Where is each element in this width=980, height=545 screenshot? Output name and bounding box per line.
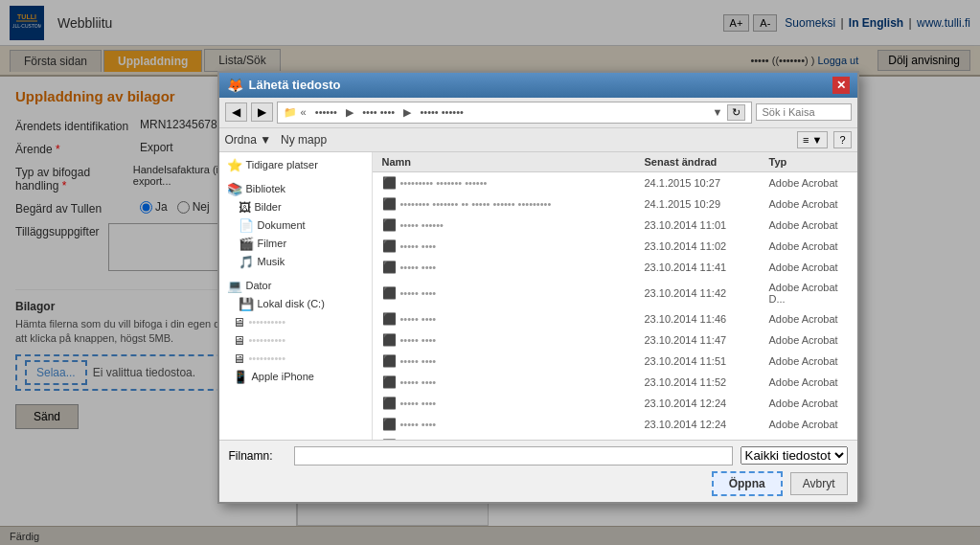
file-rows-container: ⬛ ••••••••• ••••••• •••••• 24.1.2015 10:… xyxy=(373,172,857,440)
file-row[interactable]: ⬛ ••••• •••••• 23.10.2014 11:01 Adobe Ac… xyxy=(373,215,857,236)
file-row[interactable]: ⬛ ••••• •••• 23.10.2014 11:51 Adobe Acro… xyxy=(373,351,857,372)
tree-label-tidigare: Tidigare platser xyxy=(246,159,318,170)
left-tree: ⭐ Tidigare platser 📚 Bibliotek 🖼 Bilder … xyxy=(219,152,373,440)
file-row[interactable]: ⬛ ••••• •••• 23.10.2014 11:46 Adobe Acro… xyxy=(373,308,857,329)
col-type: Typ xyxy=(765,154,852,170)
file-modified-cell: 23.10.2014 11:42 xyxy=(641,285,765,301)
file-modified-cell: 23.10.2014 12:24 xyxy=(641,396,765,411)
pdf-icon: ⬛ xyxy=(382,418,397,431)
dialog-titlebar: 🦊 Lähetä tiedosto ✕ xyxy=(219,73,857,98)
file-name-cell: ⬛ ••••• •••• xyxy=(378,437,641,440)
file-name-text: ••••• •••• xyxy=(400,313,437,325)
file-row[interactable]: ⬛ ••••• •••• 24.1.2015 10:27 Adobe Acrob… xyxy=(373,435,857,440)
file-name-cell: ⬛ ••••• •••• xyxy=(378,284,641,302)
tree-item-net2[interactable]: 🖥 •••••••••• xyxy=(223,331,368,350)
tree-label-net2: •••••••••• xyxy=(249,334,286,346)
file-type-cell: Adobe Acrobat xyxy=(765,396,852,411)
file-name-cell: ⬛ ••••• •••• xyxy=(378,331,641,349)
file-row[interactable]: ⬛ ••••• •••• 23.10.2014 11:42 Adobe Acro… xyxy=(373,278,857,308)
network-icon-2: 🖥 xyxy=(233,333,245,348)
file-name-cell: ⬛ ••••• •••• xyxy=(378,310,641,328)
file-type-cell: Adobe Acrobat xyxy=(765,417,852,432)
file-name-cell: ⬛ ••••• •••••• xyxy=(378,216,641,234)
tree-label-net1: •••••••••• xyxy=(249,316,286,328)
tree-label-bibliotek: Bibliotek xyxy=(246,183,286,194)
dialog-title-text: Lähetä tiedosto xyxy=(249,78,341,92)
file-name-text: •••••••• ••••••• •• ••••• •••••• •••••••… xyxy=(400,198,552,210)
file-row[interactable]: ⬛ ••••• •••• 23.10.2014 12:24 Adobe Acro… xyxy=(373,414,857,435)
file-modified-cell: 23.10.2014 11:51 xyxy=(641,353,765,369)
help-button[interactable]: ? xyxy=(833,131,851,148)
avbryt-button[interactable]: Avbryt xyxy=(790,472,848,495)
tree-item-net3[interactable]: 🖥 •••••••••• xyxy=(223,350,368,368)
tree-item-tidigare-platser[interactable]: ⭐ Tidigare platser xyxy=(223,156,368,174)
pdf-icon: ⬛ xyxy=(382,397,397,410)
file-row[interactable]: ⬛ ••••• •••• 23.10.2014 11:02 Adobe Acro… xyxy=(373,236,857,257)
filename-label: Filnamn: xyxy=(229,449,286,463)
file-name-text: ••••• •••• xyxy=(400,287,437,299)
pdf-icon: ⬛ xyxy=(382,197,397,211)
file-name-cell: ⬛ ••••• •••• xyxy=(378,259,641,276)
network-icon-3: 🖥 xyxy=(233,352,245,366)
file-type-cell: Adobe Acrobat xyxy=(765,238,852,254)
file-name-text: ••••• •••• xyxy=(400,355,437,367)
tree-item-iphone[interactable]: 📱 Apple iPhone xyxy=(223,368,368,386)
file-type-cell: Adobe Acrobat xyxy=(765,438,852,440)
file-type-cell: Adobe Acrobat xyxy=(765,375,852,390)
file-name-cell: ⬛ ••••••••• ••••••• •••••• xyxy=(378,174,641,192)
col-modified: Senast ändrad xyxy=(641,154,765,170)
pdf-icon: ⬛ xyxy=(382,286,397,300)
file-name-cell: ⬛ ••••• •••• xyxy=(378,395,641,412)
oppna-button[interactable]: Öppna xyxy=(712,471,783,496)
list-header: Namn Senast ändrad Typ xyxy=(373,152,857,172)
tree-item-net1[interactable]: 🖥 •••••••••• xyxy=(223,313,368,331)
tree-item-filmer[interactable]: 🎬 Filmer xyxy=(223,235,368,253)
filetype-select[interactable]: Kaikki tiedostot xyxy=(741,446,848,465)
tree-item-lokal-disk[interactable]: 💾 Lokal disk (C:) xyxy=(223,295,368,313)
tree-item-dator[interactable]: 💻 Dator xyxy=(223,277,368,295)
file-row[interactable]: ⬛ ••••• •••• 23.10.2014 11:47 Adobe Acro… xyxy=(373,329,857,351)
firefox-icon: 🦊 xyxy=(227,78,243,93)
library-icon: 📚 xyxy=(227,182,242,196)
filename-input[interactable] xyxy=(294,446,733,466)
refresh-button[interactable]: ↻ xyxy=(727,104,745,121)
dialog-footer: Filnamn: Kaikki tiedostot Öppna Avbryt xyxy=(219,440,857,502)
file-row[interactable]: ⬛ •••••••• ••••••• •• ••••• •••••• •••••… xyxy=(373,193,857,215)
ny-mapp-menu[interactable]: Ny mapp xyxy=(281,133,327,147)
file-type-cell: Adobe Acrobat xyxy=(765,217,852,233)
tree-item-musik[interactable]: 🎵 Musik xyxy=(223,253,368,271)
pdf-icon: ⬛ xyxy=(382,239,397,253)
nav-forward-button[interactable]: ▶ xyxy=(251,102,273,122)
file-modified-cell: 23.10.2014 12:24 xyxy=(641,417,765,432)
dialog-toolbar: ◀ ▶ 📁 « •••••• ▶ •••• •••• ▶ ••••• •••••… xyxy=(219,98,857,128)
path-bar[interactable]: 📁 « •••••• ▶ •••• •••• ▶ ••••• •••••• ▼ … xyxy=(277,102,752,124)
tree-label-dokument: Dokument xyxy=(258,219,306,231)
tree-item-bibliotek[interactable]: 📚 Bibliotek xyxy=(223,180,368,198)
view-list-button[interactable]: ≡ ▼ xyxy=(797,131,828,148)
file-row[interactable]: ⬛ ••••• •••• 23.10.2014 11:41 Adobe Acro… xyxy=(373,257,857,278)
file-row[interactable]: ⬛ ••••••••• ••••••• •••••• 24.1.2015 10:… xyxy=(373,172,857,193)
file-row[interactable]: ⬛ ••••• •••• 23.10.2014 11:52 Adobe Acro… xyxy=(373,372,857,393)
file-modified-cell: 24.1.2015 10:29 xyxy=(641,196,765,212)
file-modified-cell: 24.1.2015 10:27 xyxy=(641,175,765,191)
path-dropdown-icon[interactable]: ▼ xyxy=(713,106,723,118)
dialog-close-button[interactable]: ✕ xyxy=(832,77,850,94)
file-type-cell: Adobe Acrobat xyxy=(765,332,852,348)
tree-item-bilder[interactable]: 🖼 Bilder xyxy=(223,198,368,216)
tree-item-dokument[interactable]: 📄 Dokument xyxy=(223,216,368,235)
file-row[interactable]: ⬛ ••••• •••• 23.10.2014 12:24 Adobe Acro… xyxy=(373,393,857,414)
file-modified-cell: 23.10.2014 11:47 xyxy=(641,332,765,348)
ordna-menu[interactable]: Ordna ▼ xyxy=(225,133,272,147)
file-name-cell: ⬛ ••••• •••• xyxy=(378,374,641,391)
file-modified-cell: 24.1.2015 10:27 xyxy=(641,438,765,440)
nav-back-button[interactable]: ◀ xyxy=(225,102,247,122)
films-icon: 🎬 xyxy=(239,237,254,251)
file-name-text: ••••• •••• xyxy=(400,240,437,252)
right-file-list: Namn Senast ändrad Typ ⬛ ••••••••• •••••… xyxy=(373,152,857,440)
search-input[interactable] xyxy=(756,103,852,121)
dialog-buttons: Öppna Avbryt xyxy=(229,471,848,496)
file-type-cell: Adobe Acrobat D... xyxy=(765,280,852,307)
file-type-cell: Adobe Acrobat xyxy=(765,260,852,275)
file-name-text: ••••• •••• xyxy=(400,397,437,409)
pdf-icon: ⬛ xyxy=(382,261,397,274)
